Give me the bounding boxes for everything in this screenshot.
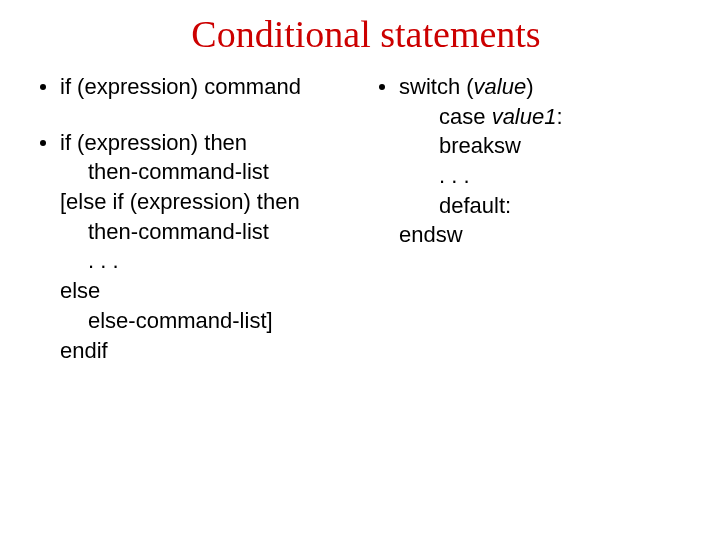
code-line: default: [399, 191, 692, 221]
text: case [439, 104, 492, 129]
text: switch ( [399, 74, 474, 99]
code-line: . . . [399, 161, 692, 191]
bullet-item: switch (value) case value1: breaksw . . … [379, 72, 692, 250]
text-italic: value [474, 74, 527, 99]
left-column: if (expression) command if (expression) … [40, 72, 379, 391]
right-column: switch (value) case value1: breaksw . . … [379, 72, 692, 391]
text: ) [526, 74, 533, 99]
code-line: if (expression) then [60, 128, 379, 158]
text-italic: value1 [492, 104, 557, 129]
text: : [556, 104, 562, 129]
code-line: endif [60, 336, 379, 366]
code-line: then-command-list [60, 217, 379, 247]
code-line: switch (value) [399, 72, 692, 102]
code-line: [else if (expression) then [60, 187, 379, 217]
content-columns: if (expression) command if (expression) … [40, 72, 692, 391]
slide: Conditional statements if (expression) c… [0, 0, 720, 540]
slide-title: Conditional statements [40, 12, 692, 56]
code-line: else-command-list] [60, 306, 379, 336]
bullet-text: switch (value) case value1: breaksw . . … [399, 72, 692, 250]
bullet-item: if (expression) then then-command-list [… [40, 128, 379, 366]
bullet-text: if (expression) then then-command-list [… [60, 128, 379, 366]
bullet-text: if (expression) command [60, 72, 379, 102]
bullet-icon [379, 84, 385, 90]
bullet-icon [40, 84, 46, 90]
bullet-item: if (expression) command [40, 72, 379, 102]
bullet-icon [40, 140, 46, 146]
code-line: then-command-list [60, 157, 379, 187]
code-line: . . . [60, 246, 379, 276]
code-line: breaksw [399, 131, 692, 161]
code-line: else [60, 276, 379, 306]
code-line: case value1: [399, 102, 692, 132]
code-line: endsw [399, 220, 692, 250]
